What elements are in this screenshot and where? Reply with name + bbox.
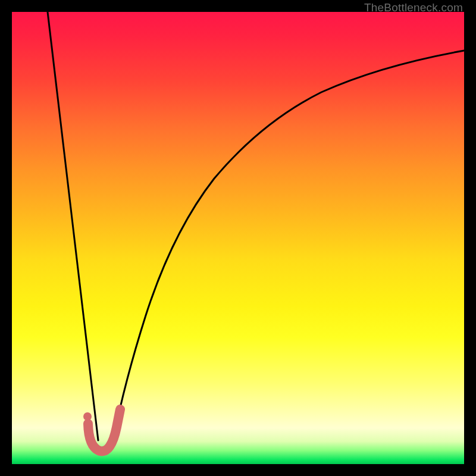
red-dot-marker	[83, 412, 92, 421]
curve-overlay	[12, 12, 464, 464]
curve-right	[113, 51, 464, 440]
red-j-marker	[88, 409, 120, 451]
heatmap-plot-area	[12, 12, 464, 464]
curve-left	[48, 12, 98, 440]
watermark-text: TheBottleneck.com	[364, 1, 463, 14]
